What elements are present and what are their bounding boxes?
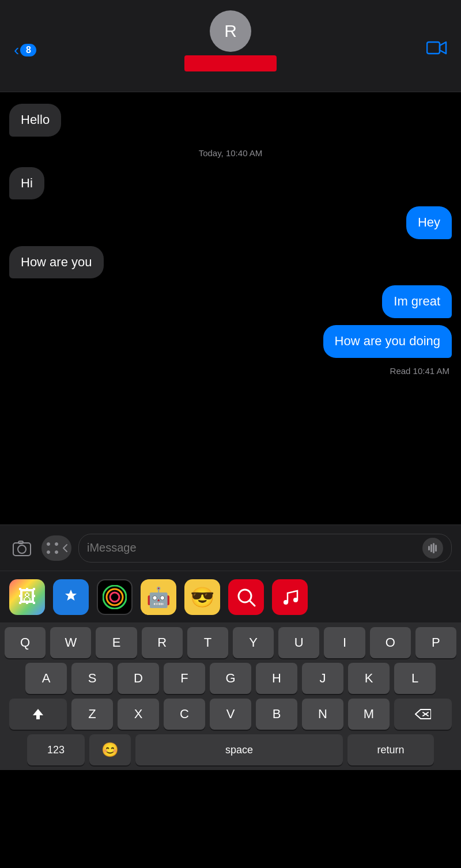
svg-point-2 <box>18 545 26 553</box>
keyboard-bottom-row: 123 😊 space return <box>0 730 461 770</box>
bubble-incoming: How are you <box>9 246 104 279</box>
svg-rect-4 <box>428 546 430 550</box>
back-badge: 8 <box>20 44 36 56</box>
key-e[interactable]: E <box>96 627 137 658</box>
key-w[interactable]: W <box>50 627 91 658</box>
key-l[interactable]: L <box>394 663 436 694</box>
timestamp: Today, 10:40 AM <box>9 148 452 158</box>
keyboard-row-1: Q W E R T Y U I O P <box>0 622 461 658</box>
message-row-5: How are you <box>9 246 452 279</box>
message-row-6: Im great <box>9 285 452 318</box>
svg-point-13 <box>284 600 288 605</box>
key-z[interactable]: Z <box>71 699 113 730</box>
svg-rect-5 <box>430 544 432 552</box>
websearch-app-icon[interactable] <box>228 579 264 615</box>
message-row-7: How are you doing <box>9 325 452 358</box>
message-input-wrap[interactable] <box>78 534 452 563</box>
sticker-app-icon[interactable]: 😎 <box>184 579 220 615</box>
key-v[interactable]: V <box>210 699 251 730</box>
shift-key[interactable] <box>9 699 67 730</box>
key-o[interactable]: O <box>370 627 411 658</box>
svg-rect-6 <box>433 543 434 553</box>
key-i[interactable]: I <box>324 627 365 658</box>
delete-key[interactable] <box>394 699 452 730</box>
bubble-outgoing: Hey <box>406 206 452 239</box>
key-c[interactable]: C <box>164 699 205 730</box>
svg-line-12 <box>250 601 255 606</box>
key-m[interactable]: M <box>348 699 390 730</box>
message-input[interactable] <box>87 541 417 554</box>
key-t[interactable]: T <box>187 627 228 658</box>
key-d[interactable]: D <box>118 663 159 694</box>
svg-point-14 <box>293 598 298 602</box>
svg-rect-0 <box>427 42 440 54</box>
key-s[interactable]: S <box>71 663 113 694</box>
keyboard: Q W E R T Y U I O P A S D F G H J K L Z … <box>0 622 461 770</box>
fitness-app-icon[interactable] <box>97 579 133 615</box>
appstore-app-icon[interactable] <box>53 579 89 615</box>
key-r[interactable]: R <box>142 627 183 658</box>
avatar[interactable]: R <box>210 10 251 52</box>
message-row-1: Hello <box>9 104 452 137</box>
music-app-icon[interactable] <box>272 579 308 615</box>
header-center: R <box>184 10 277 71</box>
video-call-button[interactable] <box>426 40 447 60</box>
bubble-incoming: Hi <box>9 167 44 200</box>
key-u[interactable]: U <box>278 627 319 658</box>
input-bar <box>0 524 461 571</box>
header: ‹ 8 R <box>0 0 461 92</box>
chat-area: Hello Today, 10:40 AM Hi Hey How are you… <box>0 92 461 524</box>
read-receipt: Read 10:41 AM <box>9 366 452 376</box>
key-y[interactable]: Y <box>233 627 274 658</box>
bubble-outgoing: Im great <box>382 285 452 318</box>
message-row-4: Hey <box>9 206 452 239</box>
key-p[interactable]: P <box>415 627 456 658</box>
svg-rect-7 <box>435 545 437 552</box>
key-j[interactable]: J <box>302 663 343 694</box>
svg-point-10 <box>110 592 119 602</box>
key-q[interactable]: Q <box>5 627 46 658</box>
apps-button[interactable] <box>41 535 71 561</box>
bubble-incoming: Hello <box>9 104 61 137</box>
message-row-3: Hi <box>9 167 452 200</box>
bubble-outgoing: How are you doing <box>323 325 452 358</box>
key-f[interactable]: F <box>164 663 205 694</box>
back-chevron-icon: ‹ <box>14 42 19 58</box>
emoji-key[interactable]: 😊 <box>89 734 131 765</box>
svg-point-9 <box>107 589 123 605</box>
back-button[interactable]: ‹ 8 <box>14 42 36 58</box>
keyboard-row-2: A S D F G H J K L <box>0 658 461 694</box>
memoji-app-icon[interactable]: 🤖 <box>141 579 176 615</box>
key-b[interactable]: B <box>256 699 297 730</box>
key-n[interactable]: N <box>302 699 343 730</box>
space-key[interactable]: space <box>135 734 343 765</box>
key-a[interactable]: A <box>25 663 67 694</box>
key-x[interactable]: X <box>118 699 159 730</box>
camera-button[interactable] <box>9 535 35 561</box>
num-key[interactable]: 123 <box>27 734 85 765</box>
contact-name-bar <box>184 55 277 71</box>
audio-button[interactable] <box>422 538 443 558</box>
app-row: 🖼 🤖 😎 <box>0 571 461 622</box>
key-k[interactable]: K <box>348 663 390 694</box>
return-key[interactable]: return <box>347 734 434 765</box>
keyboard-row-3: Z X C V B N M <box>0 694 461 730</box>
photos-app-icon[interactable]: 🖼 <box>9 579 45 615</box>
key-h[interactable]: H <box>256 663 297 694</box>
key-g[interactable]: G <box>210 663 251 694</box>
